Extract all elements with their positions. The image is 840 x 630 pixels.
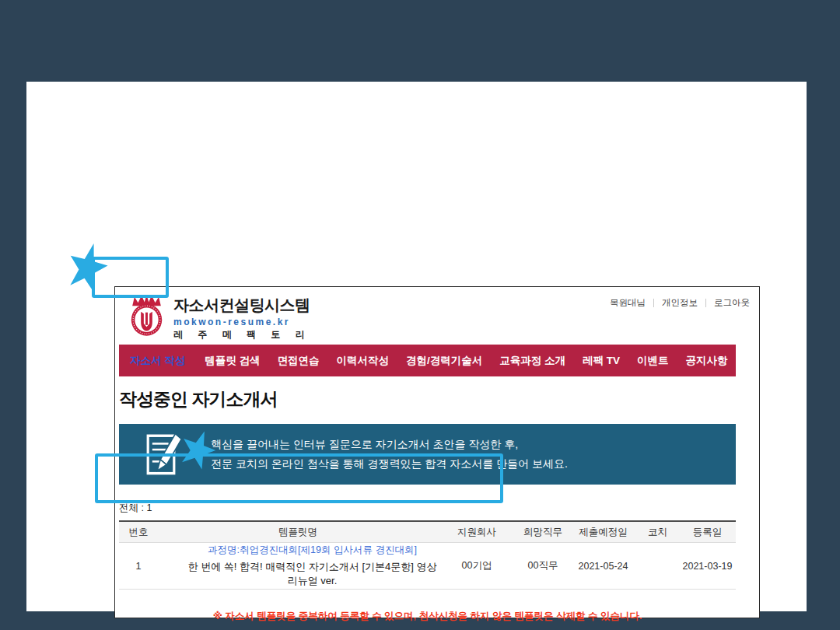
cell-due-date: 2021-05-24 (570, 543, 636, 590)
logo-text: 자소서컨설팅시스템 mokwon-resume.kr 레 주 메 팩 토 리 (173, 293, 311, 341)
slide-page: 자소서컨설팅시스템 mokwon-resume.kr 레 주 메 팩 토 리 목… (26, 82, 807, 611)
page-title: 작성중인 자기소개서 (119, 387, 759, 411)
mokwon-emblem-icon (125, 293, 168, 338)
privacy-link[interactable]: 개인정보 (662, 297, 698, 309)
cell-position: 00직무 (516, 543, 570, 590)
cell-no: 1 (119, 543, 158, 590)
template-description: 한 번에 쏙! 합격! 매력적인 자기소개서 [기본4문항] 영상리뉴얼 ver… (188, 561, 437, 586)
logout-link[interactable]: 로그아웃 (714, 297, 750, 309)
total-count: 전체 : 1 (119, 502, 759, 515)
col-reg-date: 등록일 (679, 521, 736, 543)
logo-subtitle: 레 주 메 팩 토 리 (173, 328, 311, 341)
col-due-date: 제출예정일 (570, 521, 636, 543)
nav-item-repack-tv[interactable]: 레팩 TV (574, 354, 628, 368)
highlight-box-row (95, 453, 503, 503)
main-nav: 자소서 작성 템플릿 검색 면접연습 이력서작성 경험/경력기술서 교육과정 소… (119, 345, 736, 376)
nav-item-cv-write[interactable]: 이력서작성 (328, 354, 398, 368)
divider (705, 299, 706, 307)
logo-domain: mokwon-resume.kr (173, 317, 311, 327)
site-header: 자소서컨설팅시스템 mokwon-resume.kr 레 주 메 팩 토 리 목… (115, 287, 759, 345)
col-no: 번호 (119, 521, 158, 543)
nav-item-resume-write[interactable]: 자소서 작성 (119, 354, 196, 368)
notice-text: ※ 자소서 템플릿을 중복하여 등록할 수 있으며, 첨삭신청을 하지 않은 템… (119, 610, 736, 623)
cell-reg-date: 2021-03-19 (679, 543, 736, 590)
template-table: 번호 템플릿명 지원회사 희망직무 제출예정일 코치 등록일 1 과정명:취업경… (119, 520, 736, 590)
cell-coach (636, 543, 679, 590)
user-links: 목원대님 개인정보 로그아웃 (610, 297, 750, 309)
banner-line-1: 핵심을 끌어내는 인터뷰 질문으로 자기소개서 초안을 작성한 후, (211, 435, 568, 454)
col-coach: 코치 (636, 521, 679, 543)
site-logo[interactable]: 자소서컨설팅시스템 mokwon-resume.kr 레 주 메 팩 토 리 (125, 293, 311, 341)
cell-company: 00기업 (438, 543, 516, 590)
logo-title: 자소서컨설팅시스템 (173, 295, 311, 316)
nav-item-interview-practice[interactable]: 면접연습 (269, 354, 328, 368)
nav-item-notice[interactable]: 공지사항 (677, 354, 737, 368)
template-link[interactable]: 과정명:취업경진대회[제19회 입사서류 경진대회] (187, 544, 437, 557)
table-header-row: 번호 템플릿명 지원회사 희망직무 제출예정일 코치 등록일 (119, 521, 736, 543)
nav-item-event[interactable]: 이벤트 (628, 354, 677, 368)
col-position: 희망직무 (516, 521, 570, 543)
divider (653, 299, 654, 307)
col-company: 지원회사 (438, 521, 516, 543)
table-row[interactable]: 1 과정명:취업경진대회[제19회 입사서류 경진대회] 한 번에 쏙! 합격!… (119, 543, 736, 590)
nav-item-template-search[interactable]: 템플릿 검색 (196, 354, 268, 368)
slide-background: 자소서컨설팅시스템 mokwon-resume.kr 레 주 메 팩 토 리 목… (0, 0, 840, 630)
nav-item-course-intro[interactable]: 교육과정 소개 (491, 354, 574, 368)
cell-template: 과정명:취업경진대회[제19회 입사서류 경진대회] 한 번에 쏙! 합격! 매… (158, 543, 438, 590)
nav-item-experience[interactable]: 경험/경력기술서 (397, 354, 491, 368)
col-template-name: 템플릿명 (158, 521, 438, 543)
user-greeting: 목원대님 (610, 297, 646, 309)
